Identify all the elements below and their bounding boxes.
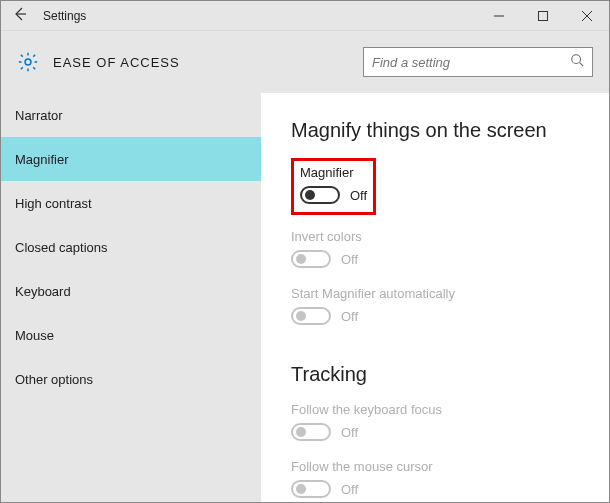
page-title: EASE OF ACCESS (53, 55, 180, 70)
toggle-start-auto (291, 307, 331, 325)
toggle-state: Off (341, 252, 358, 267)
maximize-button[interactable] (521, 1, 565, 31)
setting-label: Invert colors (291, 229, 583, 244)
back-button[interactable] (1, 6, 39, 26)
sidebar-item-label: Magnifier (15, 152, 68, 167)
sidebar-item-label: Closed captions (15, 240, 108, 255)
sidebar: Narrator Magnifier High contrast Closed … (1, 93, 261, 502)
setting-start-auto: Start Magnifier automatically Off (291, 286, 583, 325)
setting-label: Follow the keyboard focus (291, 402, 583, 417)
setting-follow-keyboard: Follow the keyboard focus Off (291, 402, 583, 441)
setting-label: Follow the mouse cursor (291, 459, 583, 474)
sidebar-item-mouse[interactable]: Mouse (1, 313, 261, 357)
toggle-follow-mouse (291, 480, 331, 498)
sidebar-item-magnifier[interactable]: Magnifier (1, 137, 261, 181)
highlight-box: Magnifier Off (291, 158, 376, 215)
setting-label: Start Magnifier automatically (291, 286, 583, 301)
header: EASE OF ACCESS (1, 31, 609, 93)
sidebar-item-label: Mouse (15, 328, 54, 343)
setting-label: Magnifier (300, 165, 367, 180)
sidebar-item-other-options[interactable]: Other options (1, 357, 261, 401)
toggle-magnifier[interactable] (300, 186, 340, 204)
setting-magnifier: Magnifier Off (300, 165, 367, 204)
window-title: Settings (39, 9, 86, 23)
svg-rect-2 (539, 11, 548, 20)
close-button[interactable] (565, 1, 609, 31)
toggle-state: Off (341, 425, 358, 440)
sidebar-item-label: Other options (15, 372, 93, 387)
content: Magnify things on the screen Magnifier O… (261, 93, 609, 502)
titlebar: Settings (1, 1, 609, 31)
svg-line-7 (580, 63, 584, 67)
sidebar-item-label: Narrator (15, 108, 63, 123)
svg-point-5 (25, 59, 31, 65)
section-title-magnify: Magnify things on the screen (291, 119, 583, 142)
sidebar-item-label: High contrast (15, 196, 92, 211)
minimize-button[interactable] (477, 1, 521, 31)
sidebar-item-closed-captions[interactable]: Closed captions (1, 225, 261, 269)
gear-icon (17, 51, 39, 73)
setting-invert-colors: Invert colors Off (291, 229, 583, 268)
toggle-invert-colors (291, 250, 331, 268)
sidebar-item-keyboard[interactable]: Keyboard (1, 269, 261, 313)
toggle-state: Off (341, 482, 358, 497)
search-input[interactable] (372, 55, 570, 70)
toggle-state: Off (350, 188, 367, 203)
sidebar-item-label: Keyboard (15, 284, 71, 299)
toggle-state: Off (341, 309, 358, 324)
section-title-tracking: Tracking (291, 363, 583, 386)
toggle-follow-keyboard (291, 423, 331, 441)
svg-point-6 (572, 55, 581, 64)
search-box[interactable] (363, 47, 593, 77)
search-icon (570, 53, 584, 71)
sidebar-item-narrator[interactable]: Narrator (1, 93, 261, 137)
setting-follow-mouse: Follow the mouse cursor Off (291, 459, 583, 498)
sidebar-item-high-contrast[interactable]: High contrast (1, 181, 261, 225)
